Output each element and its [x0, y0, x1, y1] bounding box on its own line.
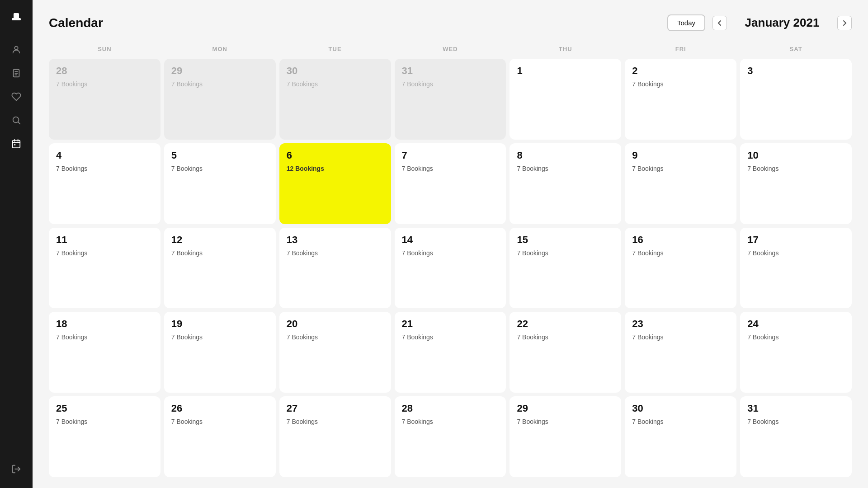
- cell-day-number: 7: [402, 150, 499, 161]
- cell-day-number: 12: [171, 234, 269, 246]
- calendar-cell[interactable]: 157 Bookings: [509, 228, 621, 309]
- cell-day-number: 9: [632, 150, 729, 161]
- calendar-cell[interactable]: 237 Bookings: [625, 312, 736, 393]
- calendar-cell[interactable]: 47 Bookings: [49, 143, 160, 224]
- cell-day-number: 23: [632, 318, 729, 330]
- calendar-cell[interactable]: 117 Bookings: [49, 228, 160, 309]
- cell-bookings-count: 7 Bookings: [56, 333, 153, 341]
- svg-point-7: [13, 117, 19, 123]
- cell-bookings-count: 7 Bookings: [632, 165, 729, 172]
- calendar-cell[interactable]: 3: [740, 59, 852, 140]
- cell-bookings-count: 7 Bookings: [171, 165, 269, 172]
- day-header-thu: THU: [509, 44, 621, 54]
- day-header-fri: FRI: [625, 44, 736, 54]
- svg-line-8: [18, 122, 20, 124]
- calendar-cell[interactable]: 217 Bookings: [395, 312, 506, 393]
- calendar-cell[interactable]: 87 Bookings: [509, 143, 621, 224]
- cell-day-number: 26: [171, 403, 269, 414]
- calendar-week-2: 117 Bookings127 Bookings137 Bookings147 …: [49, 228, 852, 309]
- calendar-cell[interactable]: 297 Bookings: [509, 396, 621, 477]
- calendar-cell[interactable]: 287 Bookings: [395, 396, 506, 477]
- prev-month-button[interactable]: [712, 16, 727, 30]
- cell-bookings-count: 7 Bookings: [747, 165, 844, 172]
- month-navigator: January 2021: [712, 16, 852, 30]
- cell-bookings-count: 7 Bookings: [287, 80, 384, 88]
- cell-day-number: 25: [56, 403, 153, 414]
- calendar-cell[interactable]: 147 Bookings: [395, 228, 506, 309]
- calendar-cell[interactable]: 27 Bookings: [625, 59, 736, 140]
- calendar-cell[interactable]: 307 Bookings: [279, 59, 391, 140]
- logo: [8, 9, 24, 27]
- cell-bookings-count: 7 Bookings: [402, 165, 499, 172]
- cell-bookings-count: 7 Bookings: [402, 80, 499, 88]
- calendar-week-0: 287 Bookings297 Bookings307 Bookings317 …: [49, 59, 852, 140]
- cell-day-number: 21: [402, 318, 499, 330]
- calendar-cell[interactable]: 1: [509, 59, 621, 140]
- sidebar-item-profile[interactable]: [6, 40, 26, 60]
- calendar-cell[interactable]: 317 Bookings: [740, 396, 852, 477]
- calendar-cell[interactable]: 57 Bookings: [164, 143, 276, 224]
- calendar-cell[interactable]: 127 Bookings: [164, 228, 276, 309]
- cell-day-number: 8: [517, 150, 614, 161]
- sidebar-item-bookings[interactable]: [6, 63, 26, 83]
- cell-day-number: 19: [171, 318, 269, 330]
- calendar-cell[interactable]: 307 Bookings: [625, 396, 736, 477]
- cell-bookings-count: 7 Bookings: [632, 418, 729, 425]
- calendar-cell[interactable]: 277 Bookings: [279, 396, 391, 477]
- calendar-cell[interactable]: 297 Bookings: [164, 59, 276, 140]
- cell-day-number: 31: [402, 65, 499, 77]
- cell-day-number: 4: [56, 150, 153, 161]
- cell-day-number: 3: [747, 65, 844, 77]
- calendar-cell[interactable]: 77 Bookings: [395, 143, 506, 224]
- cell-bookings-count: 7 Bookings: [171, 80, 269, 88]
- cell-bookings-count: 7 Bookings: [517, 249, 614, 257]
- calendar-week-3: 187 Bookings197 Bookings207 Bookings217 …: [49, 312, 852, 393]
- calendar-cell[interactable]: 287 Bookings: [49, 59, 160, 140]
- cell-bookings-count: 7 Bookings: [517, 333, 614, 341]
- svg-point-2: [14, 47, 18, 50]
- svg-rect-13: [14, 144, 15, 145]
- sidebar-item-logout[interactable]: [6, 459, 26, 479]
- day-header-mon: MON: [164, 44, 276, 54]
- calendar-cell[interactable]: 612 Bookings: [279, 143, 391, 224]
- calendar-cell[interactable]: 267 Bookings: [164, 396, 276, 477]
- page-header: Calendar Today January 2021: [49, 14, 852, 31]
- calendar-cell[interactable]: 177 Bookings: [740, 228, 852, 309]
- calendar-cell[interactable]: 137 Bookings: [279, 228, 391, 309]
- main-content: Calendar Today January 2021 SUNMONTUEWED…: [33, 0, 868, 488]
- cell-day-number: 18: [56, 318, 153, 330]
- cell-day-number: 28: [56, 65, 153, 77]
- cell-day-number: 24: [747, 318, 844, 330]
- cell-bookings-count: 7 Bookings: [56, 249, 153, 257]
- cell-day-number: 15: [517, 234, 614, 246]
- today-button[interactable]: Today: [667, 14, 705, 31]
- next-month-button[interactable]: [837, 16, 852, 30]
- cell-bookings-count: 7 Bookings: [402, 249, 499, 257]
- calendar: SUNMONTUEWEDTHUFRISAT 287 Bookings297 Bo…: [49, 44, 852, 477]
- calendar-cell[interactable]: 317 Bookings: [395, 59, 506, 140]
- cell-day-number: 16: [632, 234, 729, 246]
- cell-bookings-count: 7 Bookings: [517, 165, 614, 172]
- calendar-cell[interactable]: 97 Bookings: [625, 143, 736, 224]
- calendar-cell[interactable]: 247 Bookings: [740, 312, 852, 393]
- calendar-cell[interactable]: 107 Bookings: [740, 143, 852, 224]
- calendar-cell[interactable]: 197 Bookings: [164, 312, 276, 393]
- cell-bookings-count: 7 Bookings: [171, 249, 269, 257]
- calendar-cell[interactable]: 167 Bookings: [625, 228, 736, 309]
- day-header-sun: SUN: [49, 44, 160, 54]
- sidebar-item-favorites[interactable]: [6, 87, 26, 107]
- month-year-label: January 2021: [732, 16, 832, 30]
- calendar-cell[interactable]: 187 Bookings: [49, 312, 160, 393]
- calendar-cell[interactable]: 207 Bookings: [279, 312, 391, 393]
- sidebar-item-search[interactable]: [6, 110, 26, 130]
- sidebar-item-calendar[interactable]: [6, 134, 26, 154]
- cell-day-number: 29: [517, 403, 614, 414]
- cell-bookings-count: 7 Bookings: [402, 333, 499, 341]
- calendar-cell[interactable]: 257 Bookings: [49, 396, 160, 477]
- calendar-cell[interactable]: 227 Bookings: [509, 312, 621, 393]
- cell-day-number: 6: [287, 150, 384, 161]
- cell-bookings-count: 7 Bookings: [632, 249, 729, 257]
- day-header-wed: WED: [395, 44, 506, 54]
- cell-bookings-count: 7 Bookings: [747, 249, 844, 257]
- cell-day-number: 14: [402, 234, 499, 246]
